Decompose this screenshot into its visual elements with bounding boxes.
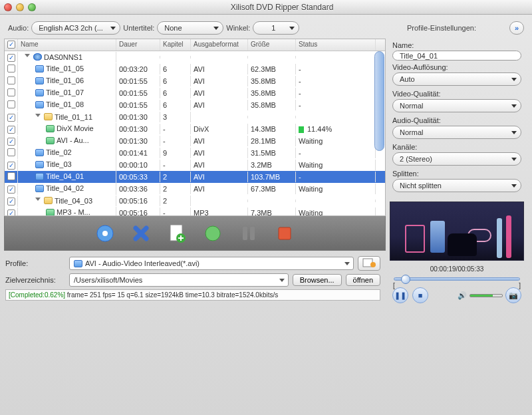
table-row[interactable]: MP3 - M...00:05:16-MP37.3MBWaiting	[5, 207, 385, 216]
preview-stop-button[interactable]: ■	[412, 287, 428, 303]
row-format: AVI	[191, 184, 248, 194]
row-checkbox[interactable]	[7, 126, 15, 134]
clip-icon	[35, 185, 44, 192]
row-checkbox[interactable]	[7, 198, 15, 206]
setting-name-label: Name:	[392, 41, 524, 49]
fmt-icon	[46, 209, 55, 216]
table-row[interactable]: Title_0200:01:419AVI31.5MB-	[5, 147, 385, 159]
row-checkbox[interactable]	[7, 54, 15, 62]
row-name: Title_04_02	[46, 184, 84, 192]
chevron-down-icon	[213, 27, 219, 30]
table-row[interactable]: DAS0NNS1	[5, 51, 385, 63]
row-size	[248, 200, 296, 202]
delete-button[interactable]	[130, 222, 152, 245]
preview-timecode: 00:00:19/00:05:33	[390, 263, 524, 275]
row-checkbox[interactable]	[7, 162, 15, 170]
row-format: AVI	[191, 64, 248, 74]
angle-select[interactable]: 1	[253, 21, 299, 35]
video-icon	[74, 260, 82, 267]
svg-rect-6	[250, 227, 255, 240]
status-completed: [Completed:0.62%]	[9, 291, 65, 299]
row-size: 103.7MB	[248, 172, 296, 182]
row-duration: 00:01:55	[116, 88, 160, 98]
add-file-button[interactable]	[166, 222, 188, 245]
rip-button[interactable]	[94, 222, 116, 245]
setting-split-select[interactable]: Nicht splitten	[392, 179, 521, 192]
row-duration: 00:05:16	[116, 196, 160, 206]
setting-videoq-select[interactable]: Normal	[392, 99, 521, 112]
row-checkbox[interactable]	[7, 172, 15, 180]
seek-knob[interactable]	[401, 275, 410, 284]
stop-button[interactable]	[273, 222, 296, 245]
setting-channels-select[interactable]: 2 (Stereo)	[392, 152, 521, 166]
profile-select[interactable]: AVI - Audio-Video Interleaved(*.avi)	[69, 257, 354, 270]
table-row[interactable]: Title_01_0700:01:556AVI35.8MB-	[5, 87, 385, 99]
header-format[interactable]: Ausgabeformat	[191, 39, 248, 51]
header-duration[interactable]: Dauer	[116, 39, 160, 51]
table-row[interactable]: DivX Movie00:01:30-DivX14.3MB11.44%	[5, 123, 385, 135]
zoom-window-button[interactable]	[28, 3, 36, 11]
table-row[interactable]: Title_01_1100:01:303	[5, 111, 385, 123]
setting-name-input[interactable]: Title_04_01	[392, 51, 521, 61]
header-check[interactable]	[5, 39, 18, 51]
browse-button[interactable]: Browsen...	[293, 274, 342, 286]
row-checkbox[interactable]	[7, 186, 15, 194]
row-checkbox[interactable]	[7, 76, 15, 84]
destination-input[interactable]: /Users/xilisoft/Movies	[69, 273, 289, 287]
scrollbar-thumb[interactable]	[374, 51, 384, 151]
mark-in-icon: [	[393, 282, 395, 289]
table-row[interactable]: Title_01_0600:01:556AVI35.8MB-	[5, 75, 385, 87]
snapshot-button[interactable]: 📷	[505, 287, 521, 303]
minimize-window-button[interactable]	[16, 3, 24, 11]
row-checkbox[interactable]	[7, 138, 15, 146]
table-row[interactable]: Title_0300:00:10-AVI3.2MBWaiting	[5, 159, 385, 171]
start-button[interactable]	[201, 222, 224, 245]
row-status: Waiting	[296, 208, 376, 216]
preview-seek-slider[interactable]: [ ]	[394, 277, 520, 281]
table-row[interactable]: Title_01_0500:03:206AVI62.3MB-	[5, 63, 385, 75]
row-checkbox[interactable]	[7, 100, 15, 108]
fmt-icon	[46, 125, 55, 132]
row-size: 14.3MB	[248, 124, 296, 134]
preview-play-button[interactable]: ❚❚	[392, 287, 408, 303]
table-row[interactable]: Title_04_0100:05:332AVI103.7MB-	[5, 171, 385, 183]
header-chapter[interactable]: Kapitel	[160, 39, 191, 51]
setting-videores-select[interactable]: Auto	[392, 72, 521, 86]
action-toolbar	[4, 216, 386, 251]
table-row[interactable]: AVI - Au...00:01:30-AVI28.1MBWaiting	[5, 135, 385, 147]
header-size[interactable]: Größe	[248, 39, 296, 51]
pause-button[interactable]	[237, 222, 260, 245]
row-checkbox[interactable]	[7, 114, 15, 122]
profile-value: AVI - Audio-Video Interleaved(*.avi)	[85, 259, 200, 267]
audio-select[interactable]: English AC3 2ch (...	[31, 21, 120, 35]
subtitle-select[interactable]: None	[157, 21, 223, 35]
row-format: AVI	[191, 172, 248, 182]
chevron-down-icon	[344, 262, 350, 265]
row-size: 35.8MB	[248, 100, 296, 110]
row-status	[296, 56, 376, 59]
volume-slider[interactable]	[469, 294, 503, 297]
table-row[interactable]: Title_04_0200:03:362AVI67.3MBWaiting	[5, 183, 385, 195]
table-body[interactable]: DAS0NNS1Title_01_0500:03:206AVI62.3MB-Ti…	[5, 51, 385, 216]
row-name: MP3 - M...	[57, 208, 90, 216]
profile-advanced-button[interactable]	[358, 256, 380, 271]
table-row[interactable]: Title_01_0800:01:556AVI35.8MB-	[5, 99, 385, 111]
row-checkbox[interactable]	[7, 209, 15, 217]
expand-settings-button[interactable]: »	[509, 21, 524, 35]
row-chapter: 3	[160, 112, 191, 122]
header-name[interactable]: Name	[18, 39, 116, 51]
header-status[interactable]: Status	[296, 39, 376, 51]
chevron-down-icon	[511, 184, 517, 188]
row-checkbox[interactable]	[7, 65, 15, 72]
open-folder-button[interactable]: öffnen	[346, 274, 380, 286]
row-chapter: 2	[160, 172, 191, 182]
row-duration: 00:03:36	[116, 184, 160, 194]
clip-icon	[35, 65, 44, 72]
close-window-button[interactable]	[4, 3, 12, 11]
row-checkbox[interactable]	[7, 148, 15, 156]
table-row[interactable]: Title_04_0300:05:162	[5, 195, 385, 207]
row-format: AVI	[191, 88, 248, 98]
setting-audioq-select[interactable]: Normal	[392, 126, 521, 139]
setting-videoq-label: Video-Qualität:	[392, 90, 524, 98]
row-checkbox[interactable]	[7, 88, 15, 96]
